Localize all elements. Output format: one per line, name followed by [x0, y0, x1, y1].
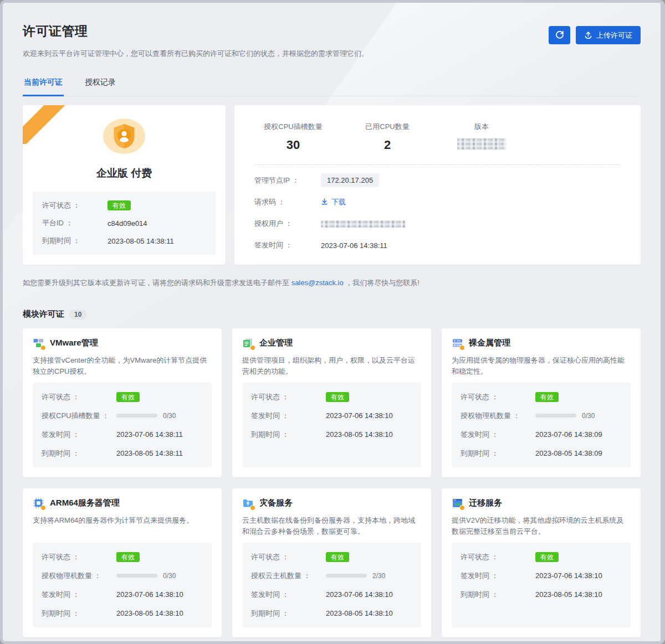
- module-title: 迁移服务: [469, 498, 502, 508]
- download-icon: [321, 198, 328, 207]
- note-text: ，我们将尽快与您联系!: [344, 279, 420, 287]
- license-management-page: 许可证管理 欢迎来到云平台许可证管理中心，您可以查看所有已购买的许可证和它们的状…: [3, 3, 661, 641]
- expire-time-value: 2023-08-05 14:38:11: [116, 449, 183, 457]
- status-badge: 有效: [108, 200, 131, 210]
- module-license-grid: VMware管理 支持接管vCenter的全功能，为VMware的计算节点提供独…: [23, 328, 641, 637]
- authorized-user-label: 授权用户 ：: [254, 219, 321, 229]
- status-badge: 有效: [535, 392, 559, 402]
- module-card-arm64: ARM64服务器管理 支持将ARM64的服务器作为计算节点来提供服务。 许可状态…: [23, 488, 222, 637]
- module-description: 云主机数据在线备份到备份服务器，支持本地，跨地域和混合云多种备份场景，数据更可靠…: [242, 515, 421, 537]
- refresh-button[interactable]: [549, 26, 570, 44]
- license-shield-icon: [103, 119, 145, 154]
- issue-time-label: 签发时间 ：: [461, 571, 535, 581]
- module-description: 支持接管vCenter的全功能，为VMware的计算节点提供独立的CPU授权。: [33, 355, 212, 377]
- issue-time-value: 2023-07-06 14:38:10: [116, 590, 183, 599]
- module-info-box: 许可状态 ： 有效 签发时间 ： 2023-07-06 14:38:10 到期时…: [242, 383, 421, 467]
- status-badge: 有效: [326, 552, 349, 562]
- upload-license-button[interactable]: 上传许可证: [576, 26, 641, 44]
- license-management-window: 许可证管理 欢迎来到云平台许可证管理中心，您可以查看所有已购买的许可证和它们的状…: [0, 0, 665, 644]
- expire-time-value: 2023-08-05 14:38:10: [116, 609, 183, 617]
- license-card: 企业版 付费 许可状态 ： 有效 平台ID ： c84d09e014 到期时间 …: [23, 105, 226, 265]
- platform-id-value: c84d09e014: [108, 219, 147, 228]
- module-description: 提供V2V的迁移功能，将其他虚拟环境的云主机系统及数据完整迁移至当前云平台。: [452, 515, 631, 537]
- module-title: 裸金属管理: [469, 338, 510, 348]
- quota-value: 0/30: [163, 412, 176, 420]
- module-info-box: 许可状态 ： 有效 授权物理机数量 ： 0/30 签发时间 ： 2023-07-…: [452, 383, 631, 467]
- license-status-row: 许可状态 ： 有效: [42, 200, 206, 210]
- module-description: 为应用提供专属的物理服务器，保证核心应用的高性能和稳定性。: [452, 355, 631, 377]
- module-description: 支持将ARM64的服务器作为计算节点来提供服务。: [33, 515, 212, 537]
- stat-label: 授权CPU插槽数量: [262, 122, 324, 132]
- expire-time-label: 到期时间 ：: [251, 609, 326, 619]
- quota-progress: 0/30: [116, 412, 176, 420]
- expire-time-value: 2023-08-05 14:38:10: [326, 430, 393, 439]
- expire-time-value: 2023-08-05 14:38:10: [535, 590, 602, 599]
- tab-authorization-records[interactable]: 授权记录: [84, 72, 117, 96]
- tab-bar: 当前许可证 授权记录: [23, 72, 641, 96]
- platform-id-label: 平台ID ：: [42, 218, 108, 228]
- expire-time-row: 到期时间 ： 2023-08-05 14:38:11: [42, 236, 206, 246]
- quota-value: 0/30: [582, 412, 595, 420]
- quota-value: 2/30: [372, 572, 385, 580]
- module-card-baremetal: 裸金属管理 为应用提供专属的物理服务器，保证核心应用的高性能和稳定性。 许可状态…: [442, 328, 641, 477]
- tab-current-license[interactable]: 当前许可证: [23, 72, 64, 96]
- issue-time-label: 签发时间 ：: [461, 430, 535, 440]
- management-ip-row: 管理节点IP ： 172.20.17.205: [254, 173, 621, 187]
- page-header: 许可证管理 欢迎来到云平台许可证管理中心，您可以查看所有已购买的许可证和它们的状…: [23, 3, 641, 59]
- stat-cpu-sockets: 授权CPU插槽数量 30: [262, 122, 324, 152]
- migration-icon: [452, 497, 463, 509]
- header-actions: 上传许可证: [549, 23, 641, 44]
- stat-used-cpu: 已用CPU数量 2: [356, 122, 418, 152]
- module-section-title: 模块许可证: [23, 309, 64, 320]
- stat-value: 30: [262, 138, 324, 152]
- arm64-icon: [33, 497, 44, 509]
- issue-time-label: 签发时间 ：: [251, 590, 326, 600]
- module-description: 提供管理项目，组织架构，用户，权限，以及云平台运营相关的功能。: [242, 355, 421, 377]
- page-title: 许可证管理: [23, 23, 369, 40]
- license-stats: 授权CPU插槽数量 30 已用CPU数量 2 版本: [254, 122, 621, 152]
- issue-time-row: 签发时间 ： 2023-07-06 14:38:11: [254, 239, 621, 252]
- issue-time-label: 签发时间 ：: [42, 590, 116, 600]
- stat-label: 已用CPU数量: [356, 122, 418, 132]
- issue-time-label: 签发时间 ：: [42, 430, 116, 440]
- status-label: 许可状态 ：: [42, 392, 116, 402]
- note-text: 如您需要升级到其它版本或更新许可证，请将您的请求码和升级需求发送电子邮件至: [23, 279, 291, 287]
- module-title: VMware管理: [50, 338, 98, 348]
- module-info-box: 许可状态 ： 有效 授权云主机数量 ： 2/30 签发时间 ： 2023-07-…: [242, 543, 421, 627]
- issue-time-label: 签发时间 ：: [254, 240, 321, 250]
- module-title: 灾备服务: [259, 498, 293, 508]
- license-status-label: 许可状态 ：: [42, 200, 108, 210]
- expire-time-value: 2023-08-05 14:38:11: [108, 237, 174, 245]
- quota-label: 授权物理机数量 ：: [42, 571, 116, 581]
- request-code-row: 请求码 ： 下载: [254, 195, 621, 209]
- module-card-migration: 迁移服务 提供V2V的迁移功能，将其他虚拟环境的云主机系统及数据完整迁移至当前云…: [442, 488, 641, 637]
- quota-label: 授权CPU插槽数量 ：: [42, 411, 116, 421]
- module-info-box: 许可状态 ： 有效 签发时间 ： 2023-07-06 14:38:10 到期时…: [452, 543, 631, 627]
- module-card-disaster-backup: 灾备服务 云主机数据在线备份到备份服务器，支持本地，跨地域和混合云多种备份场景，…: [232, 488, 431, 637]
- expire-time-label: 到期时间 ：: [42, 609, 116, 619]
- platform-id-row: 平台ID ： c84d09e014: [42, 218, 206, 228]
- sales-email-link[interactable]: sales@zstack.io: [291, 279, 344, 287]
- issue-time-value: 2023-07-06 14:38:09: [535, 430, 602, 439]
- download-request-code-link[interactable]: 下载: [321, 197, 346, 207]
- download-link-label: 下载: [331, 197, 346, 207]
- license-edition: 企业版 付费: [96, 166, 152, 181]
- censored-version-value: [457, 138, 506, 150]
- enterprise-icon: [242, 337, 254, 349]
- quota-label: 授权云主机数量 ：: [251, 571, 326, 581]
- quota-progress: 0/30: [116, 572, 176, 580]
- status-label: 许可状态 ：: [461, 552, 535, 562]
- quota-value: 0/30: [163, 572, 176, 580]
- disaster-backup-icon: [242, 497, 254, 509]
- expire-time-label: 到期时间 ：: [461, 449, 535, 458]
- baremetal-icon: [452, 337, 463, 349]
- upload-button-label: 上传许可证: [596, 30, 632, 40]
- corner-ribbon: [23, 105, 73, 144]
- quota-progress: 0/30: [535, 412, 595, 420]
- page-subtitle: 欢迎来到云平台许可证管理中心，您可以查看所有已购买的许可证和它们的状态，并根据您…: [23, 49, 369, 59]
- divider: [254, 164, 621, 165]
- stat-label: 版本: [451, 122, 513, 132]
- status-label: 许可状态 ：: [42, 552, 116, 562]
- status-badge: 有效: [116, 552, 140, 562]
- module-card-enterprise: 企业管理 提供管理项目，组织架构，用户，权限，以及云平台运营相关的功能。 许可状…: [232, 328, 431, 477]
